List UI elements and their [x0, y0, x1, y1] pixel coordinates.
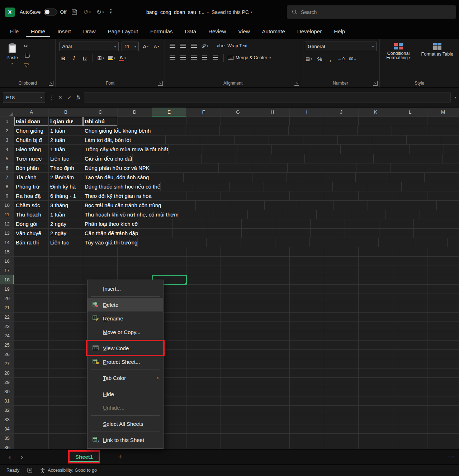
menu-tab-view[interactable]: View — [233, 26, 255, 37]
cell-D8[interactable] — [161, 182, 195, 191]
cell-E14[interactable] — [172, 238, 207, 247]
cell-L35[interactable] — [393, 434, 427, 443]
increase-font-button[interactable]: A▴ — [142, 42, 150, 51]
file-name[interactable]: bang_cong_doan_sau_r... — [146, 9, 204, 15]
font-color-button[interactable]: A ▾ — [118, 54, 126, 62]
cell-I8[interactable] — [333, 182, 367, 191]
cell-I26[interactable] — [290, 350, 324, 359]
cell-J21[interactable] — [324, 303, 359, 313]
row-header-34[interactable]: 34 — [0, 424, 14, 434]
cell-K7[interactable] — [390, 173, 425, 182]
cell-I21[interactable] — [290, 303, 324, 313]
cell-B35[interactable] — [49, 434, 83, 443]
cell-A35[interactable] — [14, 434, 49, 443]
cell-M30[interactable] — [427, 387, 459, 396]
cell-L27[interactable] — [393, 359, 427, 368]
cell-K35[interactable] — [359, 434, 393, 443]
cell-A25[interactable] — [14, 341, 49, 350]
cell-B20[interactable] — [49, 294, 83, 303]
cell-L34[interactable] — [393, 424, 427, 434]
row-header-10[interactable]: 10 — [0, 201, 14, 210]
menu-tab-data[interactable]: Data — [180, 26, 201, 37]
cell-L24[interactable] — [393, 331, 427, 341]
cell-M28[interactable] — [427, 368, 459, 378]
cell-K31[interactable] — [359, 396, 393, 406]
cell-B14[interactable]: Liên tục — [49, 238, 83, 247]
copy-button[interactable]: ▾ — [24, 53, 30, 59]
context-menu-item-tab-color[interactable]: Tab Color› — [87, 371, 163, 385]
cell-J18[interactable] — [324, 275, 359, 285]
saved-status[interactable]: Saved to this PC ▾ — [212, 9, 252, 15]
cell-D12[interactable] — [138, 219, 173, 229]
select-all-button[interactable] — [0, 108, 14, 117]
menu-tab-home[interactable]: Home — [26, 26, 50, 37]
cell-J13[interactable] — [345, 229, 379, 238]
cell-H25[interactable] — [255, 341, 290, 350]
cell-D3[interactable] — [131, 135, 166, 145]
cell-I6[interactable] — [322, 163, 356, 173]
cell-F16[interactable] — [186, 257, 221, 266]
cell-L8[interactable] — [436, 182, 459, 191]
cell-G13[interactable] — [242, 229, 276, 238]
cell-E5[interactable] — [167, 154, 202, 163]
conditional-formatting-button[interactable]: Conditional Formatting ▾ — [383, 42, 413, 79]
context-menu-item-rename[interactable]: Rename — [87, 311, 163, 325]
cell-A24[interactable] — [14, 331, 49, 341]
column-header-M[interactable]: M — [427, 108, 459, 117]
cell-F33[interactable] — [186, 415, 221, 424]
cell-F5[interactable] — [202, 154, 236, 163]
row-header-19[interactable]: 19 — [0, 285, 14, 294]
menu-tab-automate[interactable]: Automate — [257, 26, 290, 37]
percent-style-button[interactable]: % — [316, 54, 323, 63]
cell-M24[interactable] — [427, 331, 459, 341]
row-header-14[interactable]: 14 — [0, 238, 14, 247]
increase-decimal-button[interactable]: ←.0 — [337, 54, 345, 63]
cell-F22[interactable] — [186, 313, 221, 322]
cell-B29[interactable] — [49, 378, 83, 387]
menu-tab-review[interactable]: Review — [203, 26, 231, 37]
cell-G23[interactable] — [221, 322, 255, 331]
cell-J14[interactable] — [344, 238, 379, 247]
cut-button[interactable]: ✂ — [24, 43, 30, 49]
cell-B1[interactable]: i gian dự — [49, 117, 83, 126]
cell-A32[interactable] — [14, 406, 49, 415]
cell-L14[interactable] — [413, 238, 448, 247]
cell-L23[interactable] — [393, 322, 427, 331]
cell-H24[interactable] — [255, 331, 290, 341]
cell-I27[interactable] — [290, 359, 324, 368]
cell-F28[interactable] — [186, 368, 221, 378]
cell-H1[interactable] — [255, 117, 290, 126]
menu-tab-file[interactable]: File — [5, 26, 24, 37]
cell-I34[interactable] — [290, 424, 324, 434]
cell-J15[interactable] — [324, 247, 359, 257]
column-header-K[interactable]: K — [359, 108, 393, 117]
cell-M14[interactable] — [448, 238, 459, 247]
column-header-L[interactable]: L — [393, 108, 427, 117]
cell-J27[interactable] — [324, 359, 359, 368]
cell-G4[interactable] — [272, 145, 306, 154]
cell-G5[interactable] — [236, 154, 270, 163]
cell-B27[interactable] — [49, 359, 83, 368]
cell-A12[interactable]: Đóng gói — [14, 219, 49, 229]
cell-L12[interactable] — [414, 219, 448, 229]
cell-D16[interactable] — [118, 257, 152, 266]
column-header-F[interactable]: F — [186, 108, 221, 117]
cell-H16[interactable] — [255, 257, 290, 266]
cell-M12[interactable] — [448, 219, 459, 229]
cell-J35[interactable] — [324, 434, 359, 443]
cell-E4[interactable] — [203, 145, 237, 154]
cell-H15[interactable] — [255, 247, 290, 257]
cell-M32[interactable] — [427, 406, 459, 415]
cell-B36[interactable] — [49, 443, 83, 449]
cell-J24[interactable] — [324, 331, 359, 341]
cell-H28[interactable] — [255, 368, 290, 378]
cell-B15[interactable] — [49, 247, 83, 257]
cell-F30[interactable] — [186, 387, 221, 396]
row-header-17[interactable]: 17 — [0, 266, 14, 275]
cell-D4[interactable] — [169, 145, 203, 154]
cell-M21[interactable] — [427, 303, 459, 313]
cell-C13[interactable]: Cẩn thận để tránh dập — [83, 229, 138, 238]
cell-G20[interactable] — [221, 294, 255, 303]
row-header-18[interactable]: 18 — [0, 275, 14, 285]
cell-G34[interactable] — [221, 424, 255, 434]
